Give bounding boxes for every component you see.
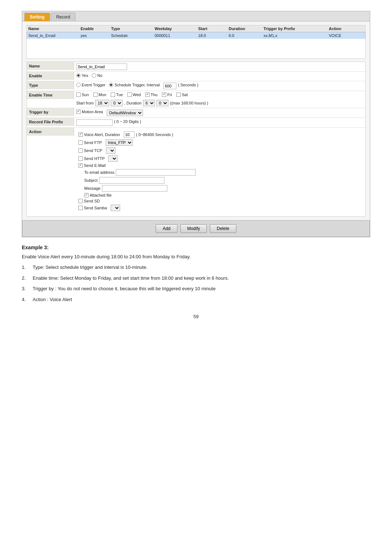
list-item: 2.Enable time: Select Monday to Friday, … — [22, 275, 370, 282]
check-thu-label[interactable]: Thu — [145, 93, 158, 97]
radio-event-label[interactable]: Event Trigger — [76, 83, 105, 87]
field-enabletime: Sun Mon Tue Wed — [74, 91, 365, 108]
list-num: 3. — [22, 285, 33, 292]
seconds-label: ( Seconds ) — [178, 83, 198, 87]
http-line: Send HTTP — [78, 155, 196, 162]
modify-button[interactable]: Modify — [180, 224, 207, 233]
check-sd-label[interactable]: Send SD — [78, 199, 100, 203]
check-thu-icon — [145, 93, 150, 97]
check-ftp-label[interactable]: Send FTP — [78, 140, 102, 145]
http-select[interactable] — [108, 155, 118, 162]
check-sd-text: Send SD — [84, 199, 100, 203]
delete-button[interactable]: Delete — [210, 224, 236, 233]
list-num: 4. — [22, 296, 33, 303]
form-row-trigger: Trigger by Motion Area DefaultWindow — [27, 108, 365, 118]
label-action: Action — [27, 128, 74, 136]
check-voice-label[interactable]: Voice Alert, Duration — [78, 132, 120, 137]
table-row[interactable]: Send_to_Email yes Schedule 0000011 18:0 … — [26, 32, 366, 39]
check-thu-text: Thu — [151, 93, 158, 97]
check-wed-label[interactable]: Wed — [127, 93, 141, 97]
message-line: Message — [84, 185, 196, 192]
col-header-type: Type — [111, 26, 155, 31]
attached-line: Attached file — [84, 193, 196, 197]
form-row-action: Action Voice Alert, Duration ( 0~86400 S… — [27, 128, 365, 216]
check-wed-icon — [127, 93, 132, 97]
panel-content: Name Enable Type Weekday Start Duration … — [22, 21, 370, 220]
check-fri-label[interactable]: Fri — [162, 93, 172, 97]
field-name — [74, 62, 365, 71]
tab-record[interactable]: Record — [51, 13, 76, 21]
samba-select[interactable] — [111, 205, 120, 211]
voice-duration-input[interactable] — [124, 131, 135, 138]
radio-no-text: No — [97, 73, 102, 78]
example-list: 1.Type: Select schedule trigger and inte… — [22, 264, 370, 303]
form-row-type: Type Event Trigger Schedule Trigger, Int… — [27, 81, 365, 91]
check-samba-label[interactable]: Send Samba — [78, 206, 107, 210]
prefix-input[interactable] — [76, 119, 113, 126]
form-row-enable: Enable Yes No — [27, 72, 365, 81]
tcp-select[interactable] — [106, 147, 115, 154]
list-num: 1. — [22, 264, 33, 271]
radio-schedule-icon — [109, 83, 113, 87]
radio-schedule-label[interactable]: Schedule Trigger, Interval — [109, 83, 160, 87]
check-ftp-text: Send FTP — [84, 140, 102, 145]
tab-bar: Setting Record — [22, 11, 370, 21]
check-sat-icon — [176, 93, 181, 97]
check-attached-text: Attached file — [90, 193, 112, 197]
check-sun-label[interactable]: Sun — [76, 93, 89, 97]
interval-input[interactable] — [163, 83, 176, 89]
message-input[interactable] — [102, 185, 167, 192]
example-intro: Enable Voice Alert every 10-minute durin… — [22, 254, 370, 259]
empty-rows — [26, 39, 366, 59]
row-name: Send_to_Email — [28, 33, 81, 38]
list-item: 1.Type: Select schedule trigger and inte… — [22, 264, 370, 271]
main-panel: Setting Record Name Enable Type Weekday … — [22, 11, 370, 237]
label-prefix: Record File Prefix — [27, 118, 74, 126]
check-tue-label[interactable]: Tue — [111, 93, 123, 97]
radio-no-label[interactable]: No — [92, 73, 102, 78]
duration-val-select[interactable]: 6 — [143, 100, 155, 106]
email-line: Send E-Mail — [78, 163, 196, 168]
check-motion-label[interactable]: Motion Area — [76, 110, 103, 114]
col-header-duration: Duration — [229, 26, 264, 31]
duration-min-select[interactable]: 0 — [156, 100, 168, 106]
check-attached-icon — [84, 193, 89, 197]
radio-yes-label[interactable]: Yes — [76, 73, 88, 78]
check-email-label[interactable]: Send E-Mail — [78, 163, 106, 168]
col-header-enable: Enable — [81, 26, 111, 31]
check-email-icon — [78, 163, 83, 168]
col-header-weekday: Weekday — [155, 26, 198, 31]
check-mon-text: Mon — [99, 93, 106, 97]
field-type: Event Trigger Schedule Trigger, Interval… — [74, 81, 365, 91]
check-sun-text: Sun — [82, 93, 89, 97]
form-row-prefix: Record File Prefix ( 0 ~ 20 Digits ) — [27, 118, 365, 128]
check-http-label[interactable]: Send HTTP — [78, 156, 105, 161]
tcp-line: Send TCP — [78, 147, 196, 154]
check-attached-label[interactable]: Attached file — [84, 193, 112, 197]
max-hours-label: ((max 168:00 hours) ) — [170, 101, 208, 105]
row-weekday: 0000011 — [155, 33, 198, 38]
check-sat-label[interactable]: Sat — [176, 93, 188, 97]
add-button[interactable]: Add — [156, 224, 177, 233]
start-min-select[interactable]: 0 — [111, 100, 123, 106]
ftp-select[interactable]: Intra_FTP — [106, 139, 133, 146]
list-text: Type: Select schedule trigger and interv… — [33, 264, 370, 271]
field-trigger: Motion Area DefaultWindow — [74, 108, 365, 118]
subject-input[interactable] — [99, 177, 164, 184]
sd-line: Send SD — [78, 199, 196, 203]
start-hour-select[interactable]: 18 — [95, 100, 109, 106]
field-enable: Yes No — [74, 72, 365, 79]
check-tcp-label[interactable]: Send TCP — [78, 148, 102, 153]
trigger-window-select[interactable]: DefaultWindow — [107, 110, 143, 116]
check-fri-text: Fri — [167, 93, 172, 97]
to-email-input[interactable] — [116, 169, 196, 176]
check-email-text: Send E-Mail — [84, 163, 106, 168]
check-samba-icon — [78, 206, 83, 210]
check-voice-text: Voice Alert, Duration — [84, 132, 120, 137]
list-text: Trigger by : You do not need to choose i… — [33, 285, 370, 292]
name-input[interactable] — [76, 63, 127, 70]
tab-setting[interactable]: Setting — [24, 13, 50, 21]
check-motion-text: Motion Area — [82, 110, 103, 114]
check-mon-label[interactable]: Mon — [93, 93, 106, 97]
check-motion-icon — [76, 110, 81, 114]
